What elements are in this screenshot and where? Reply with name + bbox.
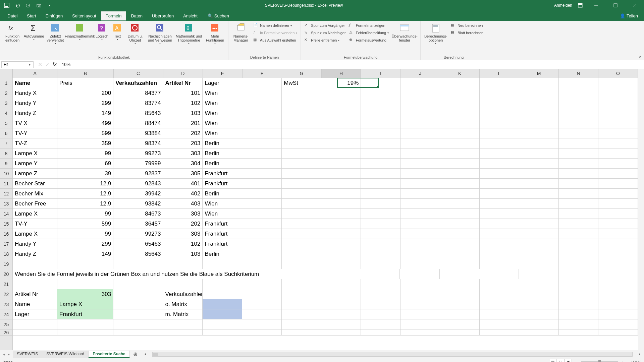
qat-dropdown-icon[interactable]: ▾ — [46, 1, 54, 9]
cell[interactable] — [282, 229, 321, 239]
cell[interactable] — [113, 279, 163, 289]
cell[interactable] — [400, 209, 440, 219]
cell[interactable] — [519, 88, 559, 98]
cell[interactable] — [361, 199, 400, 209]
cell[interactable]: 19% — [321, 78, 361, 88]
cell[interactable] — [519, 209, 559, 219]
row-header[interactable]: 20 — [0, 269, 12, 279]
cell[interactable] — [400, 319, 440, 329]
cell[interactable] — [559, 148, 598, 159]
cell[interactable]: Berlin — [203, 138, 242, 148]
ribbon-display-icon[interactable] — [576, 1, 584, 9]
cell[interactable] — [400, 279, 440, 289]
cell[interactable] — [480, 169, 519, 179]
cell[interactable] — [400, 219, 440, 229]
cell[interactable]: Lager — [13, 309, 57, 319]
cell[interactable]: Becher Mix — [13, 189, 57, 199]
ribbon-tab-überprüfen[interactable]: Überprüfen — [147, 11, 178, 20]
cell[interactable] — [519, 138, 559, 148]
cell[interactable] — [113, 319, 163, 329]
cell[interactable]: 39 — [57, 169, 113, 179]
cell[interactable]: 599 — [57, 128, 113, 138]
cell[interactable] — [361, 329, 400, 336]
cell[interactable] — [57, 329, 113, 336]
cell[interactable] — [242, 98, 282, 108]
cell[interactable] — [282, 299, 321, 309]
cell[interactable] — [480, 128, 519, 138]
cell[interactable] — [480, 88, 519, 98]
cell[interactable]: 359 — [57, 138, 113, 148]
cell[interactable] — [440, 209, 480, 219]
cell[interactable] — [598, 138, 638, 148]
cell[interactable] — [598, 189, 638, 199]
cell[interactable] — [440, 108, 480, 118]
cell[interactable] — [559, 319, 598, 329]
cell[interactable] — [559, 219, 598, 229]
cell[interactable] — [440, 229, 480, 239]
cell[interactable] — [282, 169, 321, 179]
cell[interactable]: Wien — [203, 199, 242, 209]
cell[interactable]: 304 — [163, 159, 203, 169]
cell[interactable] — [321, 98, 361, 108]
cell[interactable] — [282, 199, 321, 209]
cell[interactable]: 99 — [57, 209, 113, 219]
cell[interactable] — [361, 159, 400, 169]
cell[interactable] — [480, 179, 519, 189]
zoom-value[interactable]: 150 % — [627, 360, 641, 362]
cell[interactable] — [400, 159, 440, 169]
cell[interactable] — [440, 118, 480, 128]
cell[interactable]: Handy Z — [13, 249, 57, 259]
cell[interactable] — [400, 329, 440, 336]
column-header[interactable]: E — [203, 69, 243, 78]
cell[interactable] — [519, 159, 559, 169]
cell[interactable] — [113, 329, 163, 336]
cell[interactable]: 92843 — [113, 179, 163, 189]
cell[interactable]: 303 — [163, 209, 203, 219]
cell[interactable]: m. Matrix — [163, 309, 203, 319]
ribbon-tab-einfügen[interactable]: Einfügen — [41, 11, 67, 20]
column-header[interactable]: A — [13, 69, 57, 78]
cell[interactable] — [519, 239, 559, 249]
cell[interactable] — [559, 98, 598, 108]
cell[interactable] — [361, 219, 400, 229]
collapse-ribbon-icon[interactable]: ᐱ — [639, 55, 641, 59]
ribbon-tab-seitenlayout[interactable]: Seitenlayout — [67, 11, 101, 20]
cell[interactable]: 99 — [57, 148, 113, 159]
cell[interactable] — [361, 88, 400, 98]
column-header[interactable]: F — [243, 69, 282, 78]
cell[interactable]: 103 — [163, 249, 203, 259]
cell[interactable] — [480, 249, 519, 259]
enter-formula-icon[interactable]: ✓ — [44, 61, 50, 68]
cell[interactable]: 303 — [163, 148, 203, 159]
cell[interactable] — [242, 169, 282, 179]
column-header[interactable]: M — [519, 69, 559, 78]
cell[interactable] — [361, 78, 400, 88]
cell[interactable] — [559, 269, 598, 279]
cell[interactable]: 201 — [163, 118, 203, 128]
cell[interactable] — [559, 259, 598, 269]
calculate-now-button[interactable]: ▦Neu berechnen — [449, 22, 485, 29]
cell[interactable] — [282, 138, 321, 148]
error-checking-button[interactable]: ⚠Fehlerüberprüfung ▾ — [348, 29, 390, 36]
recently-used-button[interactable]: Zuletzt verwendet▾ — [45, 22, 66, 46]
cell[interactable] — [559, 108, 598, 118]
row-header[interactable]: 10 — [0, 169, 12, 179]
row-header[interactable]: 13 — [0, 199, 12, 209]
cell[interactable] — [321, 118, 361, 128]
cell[interactable] — [242, 78, 282, 88]
cell[interactable] — [203, 309, 242, 319]
cell[interactable]: 103 — [163, 108, 203, 118]
cell[interactable] — [242, 88, 282, 98]
cell[interactable]: TV-Y — [13, 219, 57, 229]
cell[interactable] — [242, 329, 282, 336]
insert-function-button[interactable]: fxFunktion einfügen — [2, 22, 23, 43]
cell[interactable] — [519, 279, 559, 289]
normal-view-button[interactable]: ▦ — [549, 359, 556, 362]
row-header[interactable]: 11 — [0, 179, 12, 189]
cell[interactable] — [361, 229, 400, 239]
datetime-button[interactable]: Datum u. Uhrzeit▾ — [125, 22, 146, 46]
cell[interactable] — [321, 309, 361, 319]
cell[interactable] — [57, 259, 113, 269]
cell[interactable] — [440, 309, 480, 319]
row-header[interactable]: 16 — [0, 229, 12, 239]
